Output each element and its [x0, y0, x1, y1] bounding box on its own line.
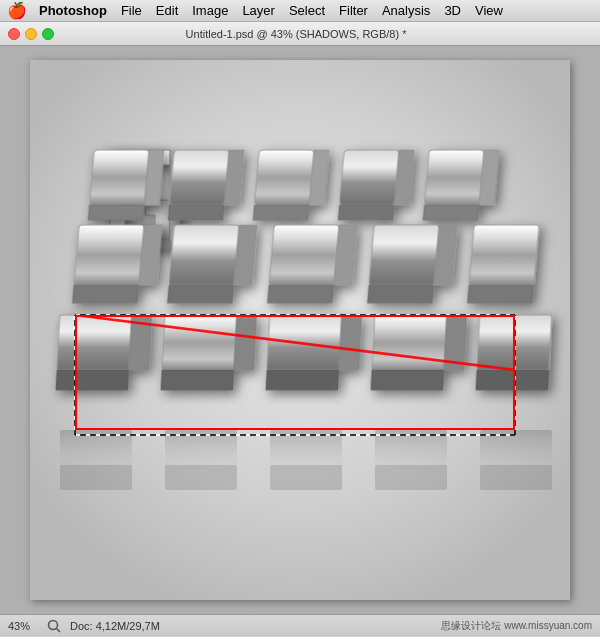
svg-point-63	[49, 620, 58, 629]
svg-rect-33	[162, 315, 237, 370]
canvas-area	[0, 46, 600, 614]
svg-rect-8	[253, 205, 309, 220]
zoom-level: 43%	[8, 620, 38, 632]
menu-photoshop[interactable]: Photoshop	[32, 0, 114, 22]
svg-rect-51	[270, 465, 342, 490]
svg-rect-45	[165, 430, 237, 470]
svg-rect-7	[254, 150, 314, 205]
zoom-icon[interactable]	[46, 618, 62, 634]
menu-file[interactable]: File	[114, 0, 149, 22]
svg-rect-50	[165, 465, 237, 490]
svg-rect-20	[167, 285, 234, 303]
svg-rect-53	[480, 465, 552, 490]
svg-rect-39	[372, 315, 447, 370]
svg-rect-34	[161, 370, 234, 390]
doc-info: Doc: 4,12M/29,7M	[70, 620, 433, 632]
svg-rect-49	[60, 465, 132, 490]
svg-rect-19	[169, 225, 239, 285]
menu-view[interactable]: View	[468, 0, 510, 22]
svg-rect-35	[234, 315, 257, 370]
svg-rect-26	[367, 285, 434, 303]
menu-layer[interactable]: Layer	[235, 0, 282, 22]
svg-rect-5	[168, 205, 224, 220]
close-button[interactable]	[8, 28, 20, 40]
window-title: Untitled-1.psd @ 43% (SHADOWS, RGB/8) *	[60, 28, 532, 40]
svg-rect-22	[269, 225, 339, 285]
svg-rect-28	[469, 225, 539, 285]
svg-rect-11	[338, 205, 394, 220]
svg-rect-30	[57, 315, 132, 370]
svg-line-64	[57, 628, 61, 632]
watermark-text: 思缘设计论坛 www.missyuan.com	[441, 619, 592, 633]
svg-rect-46	[270, 430, 342, 470]
apple-menu[interactable]: 🍎	[6, 1, 28, 20]
menu-select[interactable]: Select	[282, 0, 332, 22]
menu-filter[interactable]: Filter	[332, 0, 375, 22]
svg-rect-4	[169, 150, 229, 205]
svg-rect-14	[423, 205, 479, 220]
svg-rect-43	[476, 370, 549, 390]
menu-image[interactable]: Image	[185, 0, 235, 22]
svg-rect-40	[371, 370, 444, 390]
svg-rect-47	[375, 430, 447, 470]
traffic-lights	[8, 28, 54, 40]
menu-edit[interactable]: Edit	[149, 0, 185, 22]
menu-analysis[interactable]: Analysis	[375, 0, 437, 22]
svg-rect-48	[480, 430, 552, 470]
svg-rect-17	[72, 285, 139, 303]
svg-rect-16	[74, 225, 144, 285]
apple-icon: 🍎	[7, 1, 27, 20]
svg-rect-44	[60, 430, 132, 470]
menu-bar: 🍎 Photoshop File Edit Image Layer Select…	[0, 0, 600, 22]
svg-rect-52	[375, 465, 447, 490]
svg-rect-31	[56, 370, 129, 390]
title-bar: Untitled-1.psd @ 43% (SHADOWS, RGB/8) *	[0, 22, 600, 46]
maximize-button[interactable]	[42, 28, 54, 40]
menu-3d[interactable]: 3D	[437, 0, 468, 22]
artwork-svg	[30, 60, 570, 600]
svg-rect-37	[266, 370, 339, 390]
svg-rect-1	[89, 150, 149, 205]
svg-rect-29	[467, 285, 534, 303]
svg-rect-38	[339, 315, 362, 370]
status-bar: 43% Doc: 4,12M/29,7M 思缘设计论坛 www.missyuan…	[0, 614, 600, 636]
svg-rect-2	[88, 205, 144, 220]
svg-rect-10	[339, 150, 399, 205]
svg-rect-13	[424, 150, 484, 205]
photoshop-canvas[interactable]	[30, 60, 570, 600]
minimize-button[interactable]	[25, 28, 37, 40]
svg-rect-23	[267, 285, 334, 303]
svg-rect-25	[369, 225, 439, 285]
